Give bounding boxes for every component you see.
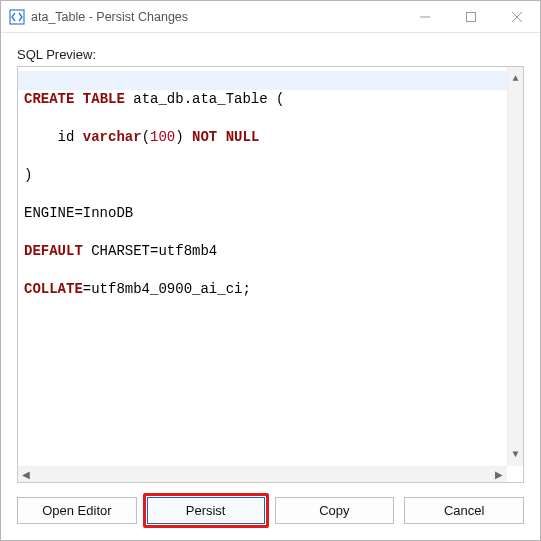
persist-button-highlight: Persist — [147, 497, 265, 524]
scroll-left-icon[interactable]: ◀ — [22, 469, 30, 480]
svg-rect-2 — [467, 12, 476, 21]
window-title: ata_Table - Persist Changes — [31, 10, 402, 24]
kw-create: CREATE — [24, 91, 74, 107]
scroll-right-icon[interactable]: ▶ — [495, 469, 503, 480]
open-editor-button[interactable]: Open Editor — [17, 497, 137, 524]
num-100: 100 — [150, 129, 175, 145]
kw-not: NOT — [192, 129, 217, 145]
copy-button[interactable]: Copy — [275, 497, 395, 524]
minimize-button[interactable] — [402, 1, 448, 32]
horizontal-scrollbar[interactable]: ◀ ▶ — [18, 466, 507, 482]
titlebar: ata_Table - Persist Changes — [1, 1, 540, 33]
maximize-button[interactable] — [448, 1, 494, 32]
button-row: Open Editor Persist Copy Cancel — [1, 483, 540, 540]
vertical-scrollbar[interactable]: ▲ ▼ — [507, 67, 523, 466]
kw-table: TABLE — [83, 91, 125, 107]
current-line-highlight — [18, 71, 507, 90]
app-icon — [9, 9, 25, 25]
kw-collate: COLLATE — [24, 281, 83, 297]
scroll-up-icon[interactable]: ▲ — [512, 67, 518, 90]
dialog-content: SQL Preview: CREATE TABLE ata_db.ata_Tab… — [1, 33, 540, 483]
persist-button[interactable]: Persist — [147, 497, 265, 524]
close-button[interactable] — [494, 1, 540, 32]
window-controls — [402, 1, 540, 32]
scroll-down-icon[interactable]: ▼ — [512, 443, 518, 466]
sql-preview-label: SQL Preview: — [17, 47, 524, 62]
kw-default: DEFAULT — [24, 243, 83, 259]
dialog-window: ata_Table - Persist Changes SQL Preview:… — [0, 0, 541, 541]
sql-code-body[interactable]: CREATE TABLE ata_db.ata_Table ( id varch… — [18, 67, 523, 466]
sql-preview-box: CREATE TABLE ata_db.ata_Table ( id varch… — [17, 66, 524, 483]
sql-code-text: CREATE TABLE ata_db.ata_Table ( id varch… — [18, 67, 507, 466]
kw-varchar: varchar — [83, 129, 142, 145]
cancel-button[interactable]: Cancel — [404, 497, 524, 524]
kw-null: NULL — [226, 129, 260, 145]
